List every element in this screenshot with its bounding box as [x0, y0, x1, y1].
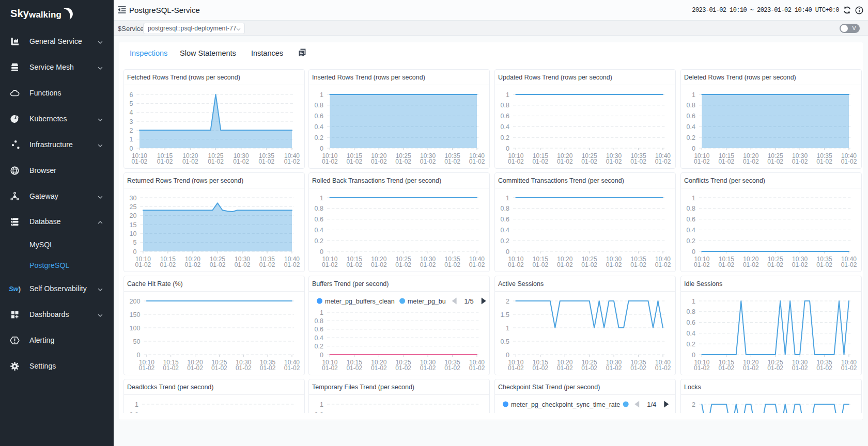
svg-text:01-02: 01-02: [210, 261, 226, 268]
svg-text:1: 1: [692, 195, 695, 202]
svg-text:0.8: 0.8: [501, 102, 509, 109]
svg-text:01-02: 01-02: [322, 261, 338, 268]
svg-text:01-02: 01-02: [420, 364, 436, 372]
svg-text:01-02: 01-02: [508, 261, 524, 268]
svg-text:100: 100: [130, 325, 141, 332]
svg-text:01-02: 01-02: [767, 261, 783, 268]
svg-text:01-02: 01-02: [532, 158, 548, 165]
svg-text:01-02: 01-02: [346, 158, 362, 165]
svg-text:01-02: 01-02: [258, 158, 274, 165]
svg-text:01-02: 01-02: [694, 158, 710, 165]
svg-text:1: 1: [506, 91, 509, 99]
svg-text:25: 25: [129, 203, 136, 211]
svg-text:0.8: 0.8: [315, 317, 323, 325]
svg-text:1: 1: [506, 325, 509, 332]
svg-text:01-02: 01-02: [346, 261, 362, 268]
svg-text:01-02: 01-02: [606, 364, 622, 372]
svg-text:01-02: 01-02: [694, 364, 710, 372]
svg-text:01-02: 01-02: [581, 261, 597, 268]
svg-text:01-02: 01-02: [420, 261, 436, 268]
svg-text:01-02: 01-02: [259, 261, 275, 268]
svg-text:0: 0: [692, 248, 695, 256]
svg-text:01-02: 01-02: [743, 364, 759, 372]
svg-text:0.8: 0.8: [687, 205, 695, 212]
svg-text:0.2: 0.2: [315, 134, 323, 141]
svg-text:01-02: 01-02: [718, 364, 734, 372]
svg-text:01-02: 01-02: [816, 158, 832, 165]
svg-text:meter_pg_bu: meter_pg_bu: [408, 298, 446, 305]
svg-text:01-02: 01-02: [395, 261, 411, 268]
svg-text:01-02: 01-02: [185, 261, 201, 268]
svg-text:01-02: 01-02: [841, 261, 857, 268]
svg-text:0.6: 0.6: [315, 216, 323, 223]
svg-text:2: 2: [506, 298, 509, 305]
svg-text:0: 0: [136, 352, 140, 359]
svg-text:01-02: 01-02: [157, 158, 173, 165]
svg-text:1/4: 1/4: [647, 401, 656, 408]
svg-text:0.6: 0.6: [687, 113, 695, 120]
svg-text:0.6: 0.6: [687, 216, 695, 223]
svg-text:5: 5: [129, 100, 133, 107]
svg-text:01-02: 01-02: [655, 261, 671, 268]
svg-text:1: 1: [320, 195, 323, 202]
svg-text:0: 0: [133, 248, 136, 256]
svg-text:01-02: 01-02: [508, 364, 524, 372]
svg-text:0: 0: [506, 145, 509, 152]
svg-text:0.2: 0.2: [687, 134, 695, 141]
svg-text:0.4: 0.4: [687, 227, 695, 234]
svg-text:01-02: 01-02: [160, 261, 176, 268]
svg-text:01-02: 01-02: [816, 261, 832, 268]
svg-text:0.4: 0.4: [687, 123, 695, 131]
svg-text:01-02: 01-02: [557, 158, 573, 165]
svg-text:1: 1: [320, 91, 323, 99]
svg-text:01-02: 01-02: [233, 158, 249, 165]
svg-text:0.4: 0.4: [501, 123, 509, 131]
svg-text:01-02: 01-02: [444, 364, 460, 372]
svg-text:0: 0: [320, 248, 323, 256]
svg-text:01-02: 01-02: [767, 158, 783, 165]
svg-text:01-02: 01-02: [743, 261, 759, 268]
svg-text:0.8: 0.8: [315, 102, 323, 109]
svg-text:01-02: 01-02: [606, 261, 622, 268]
svg-text:0.2: 0.2: [687, 237, 695, 245]
svg-text:01-02: 01-02: [469, 158, 485, 165]
svg-text:01-02: 01-02: [557, 261, 573, 268]
svg-text:0.4: 0.4: [315, 227, 323, 234]
svg-text:1: 1: [129, 136, 133, 143]
svg-text:1: 1: [506, 412, 509, 413]
svg-text:0.8: 0.8: [130, 411, 138, 413]
svg-text:01-02: 01-02: [718, 261, 734, 268]
svg-text:0: 0: [506, 248, 509, 256]
svg-text:0.6: 0.6: [315, 326, 323, 333]
svg-text:01-02: 01-02: [284, 261, 300, 268]
svg-text:0: 0: [320, 352, 323, 359]
svg-text:1: 1: [692, 298, 695, 305]
svg-text:01-02: 01-02: [371, 364, 387, 372]
svg-text:0.8: 0.8: [315, 205, 323, 212]
svg-text:01-02: 01-02: [211, 364, 227, 372]
svg-text:01-02: 01-02: [841, 364, 857, 372]
svg-text:10: 10: [129, 230, 136, 237]
svg-text:01-02: 01-02: [284, 158, 300, 165]
svg-text:meter_pg_buffers_clean: meter_pg_buffers_clean: [325, 298, 395, 305]
svg-text:0.6: 0.6: [315, 113, 323, 120]
svg-text:1: 1: [135, 401, 138, 408]
svg-text:01-02: 01-02: [630, 261, 646, 268]
svg-text:01-02: 01-02: [532, 364, 548, 372]
svg-text:0: 0: [692, 352, 695, 359]
svg-text:2: 2: [129, 127, 133, 134]
svg-text:01-02: 01-02: [792, 364, 808, 372]
svg-text:50: 50: [133, 338, 140, 345]
svg-text:0.4: 0.4: [315, 334, 323, 342]
svg-text:01-02: 01-02: [284, 364, 300, 372]
svg-text:01-02: 01-02: [767, 364, 783, 372]
svg-text:1: 1: [506, 195, 509, 202]
svg-text:01-02: 01-02: [322, 158, 338, 165]
svg-text:01-02: 01-02: [187, 364, 203, 372]
svg-text:15: 15: [129, 221, 136, 229]
svg-text:01-02: 01-02: [630, 158, 646, 165]
svg-text:6: 6: [129, 91, 133, 99]
svg-text:0.8: 0.8: [687, 102, 695, 109]
svg-text:01-02: 01-02: [420, 158, 436, 165]
svg-text:01-02: 01-02: [718, 158, 734, 165]
